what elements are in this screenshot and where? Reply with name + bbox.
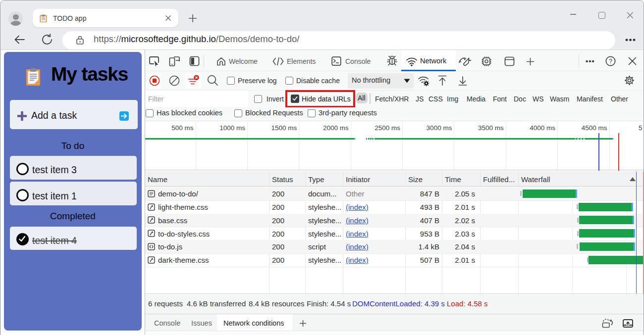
svg-text:?: ? <box>609 58 612 65</box>
